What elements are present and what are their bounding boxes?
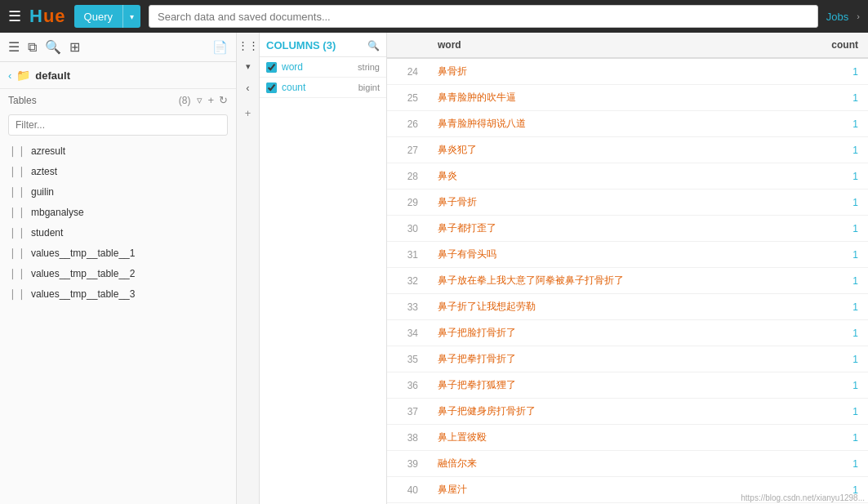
table-grid-icon: ❘❘ [8,288,26,300]
table-item-aztest[interactable]: ❘❘ aztest [0,161,236,181]
cell-rownum: 26 [387,111,428,137]
table-row: 27鼻炎犯了1 [387,137,868,163]
data-grid-area: word count 24鼻骨折125鼻青脸肿的吹牛逼126鼻青脸肿得胡说八道1… [387,33,868,504]
cell-count: 1 [787,320,868,346]
hamburger-menu-icon[interactable]: ☰ [8,7,21,25]
table-item-azresult[interactable]: ❘❘ azresult [0,140,236,161]
column-row-count: count bigint [260,78,386,98]
table-grid-icon: ❘❘ [8,145,26,157]
cell-count: 1 [787,242,868,268]
table-name-values-tmp-1: values__tmp__table__1 [31,248,135,259]
cell-word: 鼻子都打歪了 [428,216,787,242]
query-label: Query [74,11,122,23]
table-row: 34鼻子把脸打骨折了1 [387,320,868,346]
cell-count: 1 [787,137,868,163]
columns-grid-icon-button[interactable]: ⋮⋮ [236,38,260,53]
cell-word: 鼻上置彼殴 [428,425,787,451]
table-row: 33鼻子折了让我想起劳勒1 [387,294,868,320]
tables-count: (8) [179,95,191,106]
columns-add-button[interactable]: + [243,105,253,121]
cell-rownum: 27 [387,137,428,163]
main-area: ☰ ⧉ 🔍 ⊞ 📄 ‹ 📁 default Tables (8) ▿ + ↻ ❘… [0,33,868,504]
cell-rownum: 36 [387,372,428,399]
columns-collapse-button[interactable]: ‹ [244,80,251,96]
cell-rownum: 32 [387,268,428,294]
table-row: 30鼻子都打歪了1 [387,216,868,242]
add-table-icon[interactable]: + [207,94,214,106]
cell-count: 1 [787,58,868,85]
table-name-values-tmp-3: values__tmp__table__3 [31,288,135,300]
app-logo: Hue [29,6,66,27]
cell-word: 鼻子把脸打骨折了 [428,320,787,346]
document-icon[interactable]: 📄 [212,40,228,55]
column-count-checkbox[interactable] [266,83,277,93]
cell-word: 鼻子把健身房打骨折了 [428,399,787,425]
top-navigation: ☰ Hue Query ▾ Jobs › [0,0,868,33]
cell-word: 鼻炎犯了 [428,137,787,163]
sidebar: ☰ ⧉ 🔍 ⊞ 📄 ‹ 📁 default Tables (8) ▿ + ↻ ❘… [0,33,237,504]
cell-word: 鼻子把拳打狐狸了 [428,372,787,399]
column-count-type: bigint [358,83,380,92]
table-item-values-tmp-3[interactable]: ❘❘ values__tmp__table__3 [0,283,236,304]
columns-title: COLUMNS (3) [266,39,367,51]
cell-rownum: 33 [387,294,428,320]
jobs-arrow-icon: › [857,11,860,21]
query-button[interactable]: Query ▾ [74,5,140,28]
cell-rownum: 28 [387,163,428,190]
table-row: 31鼻子有骨头吗1 [387,242,868,268]
cell-count: 1 [787,268,868,294]
tables-filter-input[interactable] [8,114,228,136]
column-count-name: count [282,82,354,93]
table-list: ❘❘ azresult ❘❘ aztest ❘❘ guilin ❘❘ mbgan… [0,140,236,504]
cell-rownum: 34 [387,320,428,346]
column-word-name: word [282,61,353,73]
sidebar-icon1-button[interactable]: ☰ [8,39,20,55]
cell-count: 1 [787,190,868,216]
back-arrow-icon[interactable]: ‹ [8,69,11,82]
sidebar-icon4-button[interactable]: ⊞ [69,39,80,55]
cell-count: 1 [787,477,868,503]
sidebar-icon2-button[interactable]: ⧉ [28,40,37,55]
column-word-checkbox[interactable] [266,62,277,73]
table-grid-icon: ❘❘ [8,267,26,279]
table-name-aztest: aztest [31,166,57,177]
tables-toolbar-icons: ▿ + ↻ [197,94,228,106]
jobs-link[interactable]: Jobs [826,11,848,23]
tables-header: Tables (8) ▿ + ↻ [0,89,236,111]
query-dropdown-arrow-icon[interactable]: ▾ [123,12,140,21]
cell-rownum: 37 [387,399,428,425]
table-grid-icon: ❘❘ [8,206,26,218]
refresh-tables-icon[interactable]: ↻ [219,94,228,106]
cell-word: 融倍尔来 [428,451,787,477]
cell-rownum: 30 [387,216,428,242]
cell-word: 鼻子有骨头吗 [428,242,787,268]
cell-count: 1 [787,163,868,190]
sidebar-icon3-button[interactable]: 🔍 [45,39,61,55]
table-item-values-tmp-2[interactable]: ❘❘ values__tmp__table__2 [0,263,236,283]
cell-word: 鼻骨折 [428,58,787,85]
col-header-word: word [428,33,787,58]
cell-rownum: 35 [387,346,428,372]
columns-dropdown-button[interactable]: ▾ [244,60,252,74]
cell-rownum: 40 [387,477,428,503]
cell-rownum: 39 [387,451,428,477]
table-grid-icon: ❘❘ [8,247,26,259]
cell-rownum: 29 [387,190,428,216]
table-row: 35鼻子把拳打骨折了1 [387,346,868,372]
cell-word: 鼻屋汁 [428,477,787,503]
cell-word: 鼻炎 [428,163,787,190]
table-item-guilin[interactable]: ❘❘ guilin [0,181,236,202]
cell-word: 鼻子放在拳上我大意了阿拳被鼻子打骨折了 [428,268,787,294]
database-name: default [35,69,70,82]
cell-count: 1 [787,372,868,399]
cell-count: 1 [787,85,868,111]
table-item-student[interactable]: ❘❘ student [0,222,236,243]
columns-search-icon[interactable]: 🔍 [367,40,380,51]
filter-icon[interactable]: ▿ [197,94,203,106]
table-item-values-tmp-1[interactable]: ❘❘ values__tmp__table__1 [0,243,236,263]
table-row: 32鼻子放在拳上我大意了阿拳被鼻子打骨折了1 [387,268,868,294]
cell-count: 1 [787,294,868,320]
sidebar-toolbar: ☰ ⧉ 🔍 ⊞ 📄 [0,33,236,62]
table-item-mbganalyse[interactable]: ❘❘ mbganalyse [0,202,236,222]
search-input[interactable] [149,5,818,28]
